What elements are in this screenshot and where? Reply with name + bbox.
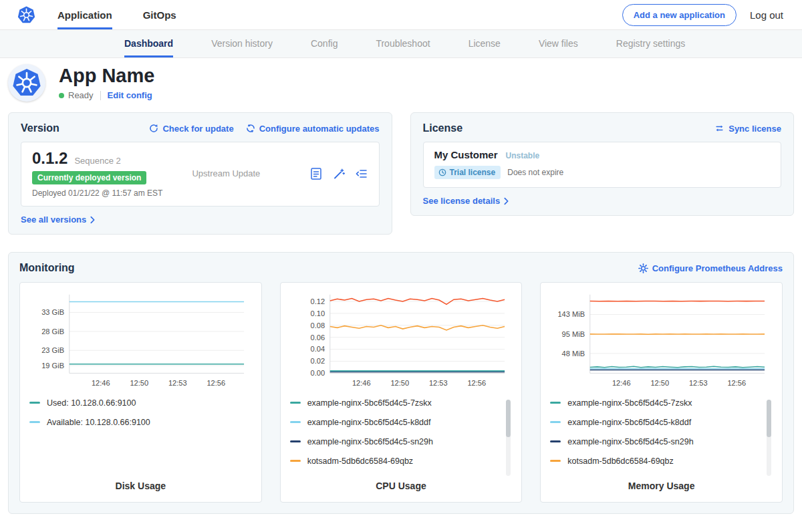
tab-registry-settings[interactable]: Registry settings xyxy=(616,30,685,57)
version-number: 0.1.2 xyxy=(32,149,68,168)
chart-legend-cpu-usage: example-nginx-5bc6f5d4c5-7zskxexample-ng… xyxy=(290,398,513,476)
svg-text:12:56: 12:56 xyxy=(207,379,225,387)
chart-plot-cpu-usage: 0.120.100.080.060.040.020.0012:4612:5012… xyxy=(290,291,513,389)
legend-label: example-nginx-5bc6f5d4c5-7zskx xyxy=(307,398,432,408)
legend-label: example-nginx-5bc6f5d4c5-sn29h xyxy=(567,437,693,446)
config-edit-icon[interactable] xyxy=(332,167,346,180)
legend-swatch xyxy=(290,460,301,462)
configure-automatic-updates-link[interactable]: Configure automatic updates xyxy=(246,124,380,134)
legend-scrollbar[interactable] xyxy=(506,400,511,437)
svg-text:12:50: 12:50 xyxy=(130,379,148,387)
sync-icon xyxy=(714,124,724,133)
svg-text:23 GiB: 23 GiB xyxy=(41,346,64,354)
tab-troubleshoot[interactable]: Troubleshoot xyxy=(376,30,430,57)
svg-text:0.10: 0.10 xyxy=(310,309,325,317)
series-orange xyxy=(329,325,504,330)
charts-row: 33 GiB28 GiB23 GiB19 GiB12:4612:5012:531… xyxy=(19,282,783,503)
tab-config[interactable]: Config xyxy=(311,30,338,57)
chart-card-memory-usage: 143 MiB95 MiB48 MiB12:4612:5012:5312:56e… xyxy=(540,282,783,503)
summary-cards-row: Version Check for update Configure autom… xyxy=(0,112,802,235)
svg-text:48 MiB: 48 MiB xyxy=(562,350,585,358)
svg-text:12:46: 12:46 xyxy=(92,379,110,387)
sync-license-link[interactable]: Sync license xyxy=(714,124,781,134)
svg-text:12:46: 12:46 xyxy=(612,379,631,387)
app-status-text: Ready xyxy=(68,90,94,100)
license-card: License Sync license My Customer Unstabl… xyxy=(410,112,795,216)
svg-text:19 GiB: 19 GiB xyxy=(41,362,64,370)
add-application-button[interactable]: Add a new application xyxy=(622,4,737,26)
series-teal xyxy=(590,366,765,368)
legend-scrollbar[interactable] xyxy=(767,400,771,437)
tab-license[interactable]: License xyxy=(469,30,501,57)
legend-item: example-nginx-5bc6f5d4c5-k8ddf xyxy=(290,418,502,427)
legend-swatch xyxy=(290,440,301,442)
svg-text:28 GiB: 28 GiB xyxy=(41,327,64,336)
legend-swatch xyxy=(29,421,40,423)
chart-title-memory-usage: Memory Usage xyxy=(550,481,773,491)
legend-swatch xyxy=(290,421,301,423)
svg-text:12:53: 12:53 xyxy=(689,379,708,387)
divider xyxy=(100,91,101,100)
expiration-text: Does not expire xyxy=(507,168,563,177)
logout-link[interactable]: Log out xyxy=(750,9,783,21)
svg-text:12:46: 12:46 xyxy=(352,379,371,387)
chart-title-cpu-usage: CPU Usage xyxy=(290,481,513,491)
see-all-versions-link[interactable]: See all versions xyxy=(21,215,380,225)
clock-icon xyxy=(438,168,446,176)
legend-item: Used: 10.128.0.66:9100 xyxy=(29,398,241,408)
legend-item: example-nginx-5bc6f5d4c5-sn29h xyxy=(290,437,502,446)
svg-text:12:50: 12:50 xyxy=(390,379,409,387)
refresh-icon xyxy=(149,124,158,133)
svg-text:12:53: 12:53 xyxy=(429,379,448,387)
configure-prometheus-label: Configure Prometheus Address xyxy=(652,263,783,273)
kubernetes-logo-icon[interactable] xyxy=(17,0,36,29)
configure-prometheus-link[interactable]: Configure Prometheus Address xyxy=(638,263,783,273)
app-header: App Name Ready Edit config xyxy=(0,58,802,112)
app-icon xyxy=(8,64,45,102)
legend-label: example-nginx-5bc6f5d4c5-k8ddf xyxy=(307,418,431,427)
legend-swatch xyxy=(550,460,561,462)
current-version-box: 0.1.2 Sequence 2 Currently deployed vers… xyxy=(21,142,380,207)
monitoring-title: Monitoring xyxy=(19,262,75,274)
svg-text:0.12: 0.12 xyxy=(310,297,325,305)
gear-icon xyxy=(638,263,648,273)
svg-text:12:56: 12:56 xyxy=(728,379,747,387)
svg-text:12:53: 12:53 xyxy=(168,379,187,387)
chart-card-disk-usage: 33 GiB28 GiB23 GiB19 GiB12:4612:5012:531… xyxy=(19,282,262,503)
legend-label: Used: 10.128.0.66:9100 xyxy=(47,398,136,408)
check-for-update-label: Check for update xyxy=(162,124,233,134)
legend-swatch xyxy=(550,440,561,442)
legend-item: kotsadm-5db6dc6584-69qbz xyxy=(550,456,762,466)
check-for-update-link[interactable]: Check for update xyxy=(149,124,233,134)
svg-text:0.04: 0.04 xyxy=(310,345,325,353)
release-notes-icon[interactable] xyxy=(309,167,323,180)
chart-card-cpu-usage: 0.120.100.080.060.040.020.0012:4612:5012… xyxy=(280,282,523,503)
tab-gitops[interactable]: GitOps xyxy=(143,0,176,29)
legend-item: example-nginx-5bc6f5d4c5-sn29h xyxy=(550,437,762,446)
legend-label: example-nginx-5bc6f5d4c5-7zskx xyxy=(567,398,692,408)
tab-dashboard[interactable]: Dashboard xyxy=(124,30,173,57)
chart-legend-disk-usage: Used: 10.128.0.66:9100Available: 10.128.… xyxy=(29,398,252,437)
legend-label: Available: 10.128.0.66:9100 xyxy=(47,418,150,427)
version-card: Version Check for update Configure autom… xyxy=(8,112,392,235)
upstream-update-label: Upstream Update xyxy=(192,168,260,178)
monitoring-card: Monitoring Configure Prometheus Address … xyxy=(8,252,794,514)
chart-plot-memory-usage: 143 MiB95 MiB48 MiB12:4612:5012:5312:56 xyxy=(550,291,773,389)
trial-license-badge: Trial license xyxy=(434,166,501,179)
version-card-title: Version xyxy=(21,122,59,134)
chevron-right-icon xyxy=(90,216,95,224)
chevron-right-icon xyxy=(504,197,509,205)
see-license-details-link[interactable]: See license details xyxy=(423,196,782,206)
tab-application[interactable]: Application xyxy=(57,0,112,29)
legend-swatch xyxy=(290,402,301,404)
sync-license-label: Sync license xyxy=(728,124,781,134)
status-dot xyxy=(59,93,64,98)
legend-item: example-nginx-5bc6f5d4c5-k8ddf xyxy=(550,418,762,427)
deployed-timestamp: Deployed 01/21/22 @ 11:57 am EST xyxy=(32,188,162,198)
svg-text:0.06: 0.06 xyxy=(310,334,325,342)
version-diff-icon[interactable] xyxy=(355,167,368,180)
tab-view-files[interactable]: View files xyxy=(539,30,578,57)
edit-config-link[interactable]: Edit config xyxy=(108,90,152,100)
tab-version-history[interactable]: Version history xyxy=(211,30,273,57)
legend-swatch xyxy=(550,402,561,404)
